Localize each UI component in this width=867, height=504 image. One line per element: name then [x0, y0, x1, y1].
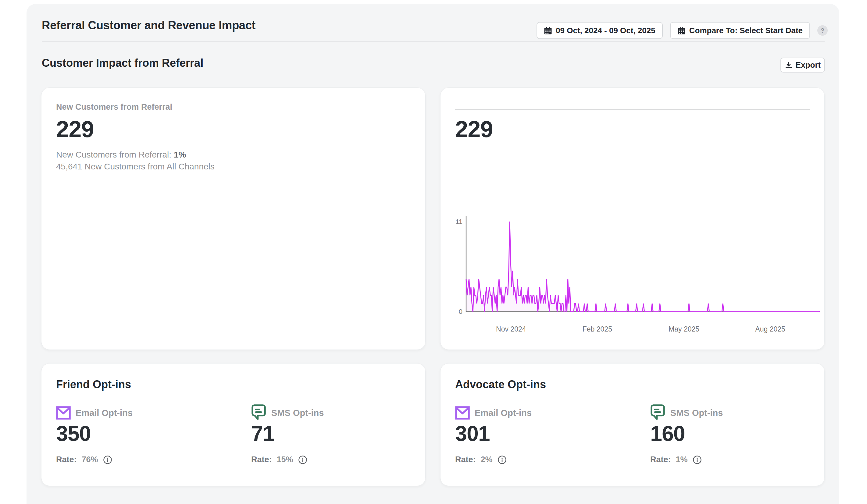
friend-sms-column: SMS Opt-ins 71 Rate: 15% [251, 363, 422, 486]
friend-email-column: Email Opt-ins 350 Rate: 76% [56, 363, 227, 486]
info-icon[interactable] [103, 455, 112, 464]
calendar-icon [677, 26, 686, 35]
chart-area-fill [466, 221, 820, 312]
sms-icon [650, 404, 665, 421]
date-range-button[interactable]: 09 Oct, 2024 - 09 Oct, 2025 [536, 22, 663, 39]
advocate-sms-rate-label: Rate: [650, 455, 671, 464]
header-actions: 09 Oct, 2024 - 09 Oct, 2025 Compare To: … [536, 22, 828, 39]
advocate-optins-card: Advocate Opt-ins Email Opt-ins 301 Rate:… [440, 363, 825, 486]
x-tick-3: Aug 2025 [755, 325, 785, 333]
friend-email-rate-value: 76% [82, 455, 98, 464]
y-tick-zero: 0 [459, 308, 462, 315]
friend-email-value: 350 [56, 421, 91, 446]
new-customers-card: New Customers from Referral 229 New Cust… [41, 87, 426, 350]
export-label: Export [796, 60, 821, 70]
dashboard-page: Referral Customer and Revenue Impact 09 … [0, 0, 867, 504]
chart-total-value: 229 [455, 116, 493, 142]
referral-trend-chart[interactable]: 110Nov 2024Feb 2025May 2025Aug 2025 [440, 201, 825, 342]
friend-email-rate-label: Rate: [56, 455, 77, 464]
date-range-label: 09 Oct, 2024 - 09 Oct, 2025 [556, 26, 655, 35]
header-divider [42, 42, 825, 42]
x-tick-2: May 2025 [668, 325, 699, 333]
friend-sms-rate-label: Rate: [251, 455, 272, 464]
advocate-sms-label: SMS Opt-ins [670, 408, 723, 418]
email-icon [56, 406, 71, 419]
calendar-icon [544, 26, 552, 35]
compare-to-button[interactable]: Compare To: Select Start Date [670, 22, 810, 39]
export-button[interactable]: Export [780, 58, 825, 73]
advocate-sms-column: SMS Opt-ins 160 Rate: 1% [650, 363, 821, 486]
new-customers-label: New Customers from Referral [56, 102, 172, 112]
friend-sms-label: SMS Opt-ins [271, 408, 324, 418]
sms-icon [251, 404, 266, 421]
page-title: Referral Customer and Revenue Impact [42, 19, 256, 32]
desc-line2: 45,641 New Customers from All Channels [56, 162, 215, 171]
advocate-email-rate-value: 2% [481, 455, 493, 464]
email-icon [455, 406, 470, 419]
advocate-sms-value: 160 [650, 421, 685, 446]
new-customers-description: New Customers from Referral: 1% 45,641 N… [56, 149, 215, 173]
friend-sms-rate-value: 15% [277, 455, 293, 464]
advocate-email-rate-label: Rate: [455, 455, 476, 464]
referral-trend-card: 229 110Nov 2024Feb 2025May 2025Aug 2025 [440, 87, 825, 350]
compare-to-label: Compare To: Select Start Date [689, 26, 803, 35]
advocate-sms-rate-value: 1% [676, 455, 688, 464]
info-icon[interactable] [693, 455, 702, 464]
info-icon[interactable] [298, 455, 307, 464]
section-heading: Customer Impact from Referral [42, 57, 203, 69]
advocate-email-label: Email Opt-ins [475, 408, 532, 418]
desc-line1-percent: 1% [174, 150, 186, 160]
download-icon [785, 61, 793, 69]
x-tick-0: Nov 2024 [496, 325, 526, 333]
desc-line1-prefix: New Customers from Referral: [56, 150, 174, 160]
friend-sms-value: 71 [251, 421, 274, 446]
y-tick-max: 11 [456, 218, 462, 226]
advocate-email-value: 301 [455, 421, 490, 446]
advocate-email-column: Email Opt-ins 301 Rate: 2% [455, 363, 626, 486]
chart-card-divider [455, 109, 810, 110]
friend-optins-card: Friend Opt-ins Email Opt-ins 350 Rate: 7… [41, 363, 426, 486]
help-icon[interactable]: ? [817, 25, 828, 36]
info-icon[interactable] [497, 455, 507, 464]
friend-email-label: Email Opt-ins [76, 408, 132, 418]
new-customers-value: 229 [56, 116, 94, 142]
x-tick-1: Feb 2025 [582, 325, 612, 333]
